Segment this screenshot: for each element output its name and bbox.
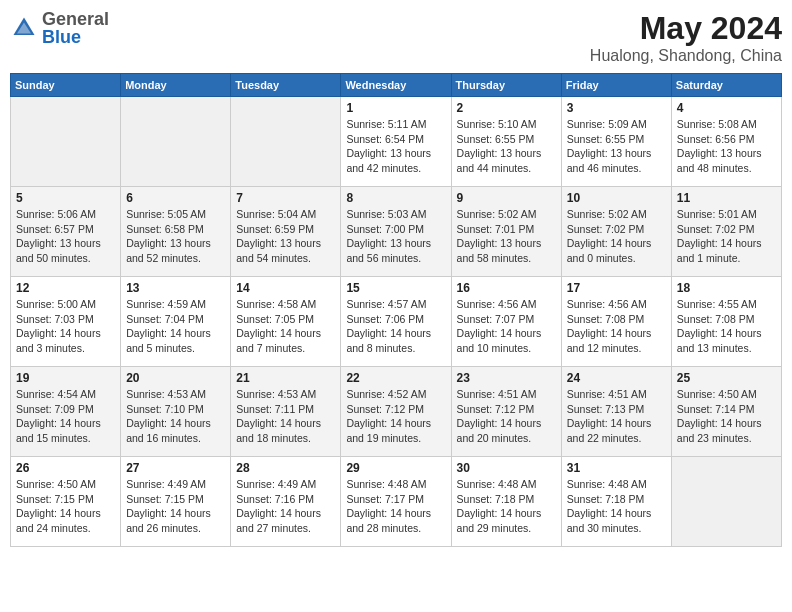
weekday-header-tuesday: Tuesday — [231, 74, 341, 97]
day-info: Sunrise: 4:56 AM Sunset: 7:07 PM Dayligh… — [457, 297, 556, 356]
calendar-cell: 21Sunrise: 4:53 AM Sunset: 7:11 PM Dayli… — [231, 367, 341, 457]
calendar-cell: 26Sunrise: 4:50 AM Sunset: 7:15 PM Dayli… — [11, 457, 121, 547]
day-number: 10 — [567, 191, 666, 205]
calendar-cell: 31Sunrise: 4:48 AM Sunset: 7:18 PM Dayli… — [561, 457, 671, 547]
day-info: Sunrise: 5:10 AM Sunset: 6:55 PM Dayligh… — [457, 117, 556, 176]
logo-blue-text: Blue — [42, 27, 81, 47]
weekday-header-sunday: Sunday — [11, 74, 121, 97]
calendar-cell: 10Sunrise: 5:02 AM Sunset: 7:02 PM Dayli… — [561, 187, 671, 277]
day-number: 23 — [457, 371, 556, 385]
day-number: 20 — [126, 371, 225, 385]
calendar-cell: 15Sunrise: 4:57 AM Sunset: 7:06 PM Dayli… — [341, 277, 451, 367]
logo: General Blue — [10, 10, 109, 46]
day-info: Sunrise: 4:53 AM Sunset: 7:11 PM Dayligh… — [236, 387, 335, 446]
day-info: Sunrise: 4:57 AM Sunset: 7:06 PM Dayligh… — [346, 297, 445, 356]
day-info: Sunrise: 5:04 AM Sunset: 6:59 PM Dayligh… — [236, 207, 335, 266]
weekday-header-row: SundayMondayTuesdayWednesdayThursdayFrid… — [11, 74, 782, 97]
calendar-table: SundayMondayTuesdayWednesdayThursdayFrid… — [10, 73, 782, 547]
day-number: 21 — [236, 371, 335, 385]
day-info: Sunrise: 4:51 AM Sunset: 7:13 PM Dayligh… — [567, 387, 666, 446]
day-number: 30 — [457, 461, 556, 475]
day-info: Sunrise: 5:00 AM Sunset: 7:03 PM Dayligh… — [16, 297, 115, 356]
day-number: 13 — [126, 281, 225, 295]
calendar-cell: 9Sunrise: 5:02 AM Sunset: 7:01 PM Daylig… — [451, 187, 561, 277]
calendar-cell: 25Sunrise: 4:50 AM Sunset: 7:14 PM Dayli… — [671, 367, 781, 457]
day-number: 5 — [16, 191, 115, 205]
day-number: 8 — [346, 191, 445, 205]
day-number: 12 — [16, 281, 115, 295]
day-number: 16 — [457, 281, 556, 295]
logo-general-text: General — [42, 9, 109, 29]
day-number: 1 — [346, 101, 445, 115]
calendar-cell: 13Sunrise: 4:59 AM Sunset: 7:04 PM Dayli… — [121, 277, 231, 367]
day-number: 25 — [677, 371, 776, 385]
day-info: Sunrise: 5:11 AM Sunset: 6:54 PM Dayligh… — [346, 117, 445, 176]
calendar-cell — [231, 97, 341, 187]
day-info: Sunrise: 5:02 AM Sunset: 7:01 PM Dayligh… — [457, 207, 556, 266]
calendar-subtitle: Hualong, Shandong, China — [590, 47, 782, 65]
calendar-cell: 28Sunrise: 4:49 AM Sunset: 7:16 PM Dayli… — [231, 457, 341, 547]
calendar-week-3: 12Sunrise: 5:00 AM Sunset: 7:03 PM Dayli… — [11, 277, 782, 367]
day-number: 17 — [567, 281, 666, 295]
day-number: 31 — [567, 461, 666, 475]
day-info: Sunrise: 5:09 AM Sunset: 6:55 PM Dayligh… — [567, 117, 666, 176]
calendar-cell: 24Sunrise: 4:51 AM Sunset: 7:13 PM Dayli… — [561, 367, 671, 457]
day-number: 2 — [457, 101, 556, 115]
calendar-cell: 27Sunrise: 4:49 AM Sunset: 7:15 PM Dayli… — [121, 457, 231, 547]
calendar-cell: 4Sunrise: 5:08 AM Sunset: 6:56 PM Daylig… — [671, 97, 781, 187]
day-info: Sunrise: 4:48 AM Sunset: 7:18 PM Dayligh… — [567, 477, 666, 536]
day-info: Sunrise: 4:50 AM Sunset: 7:14 PM Dayligh… — [677, 387, 776, 446]
weekday-header-thursday: Thursday — [451, 74, 561, 97]
calendar-cell: 20Sunrise: 4:53 AM Sunset: 7:10 PM Dayli… — [121, 367, 231, 457]
weekday-header-saturday: Saturday — [671, 74, 781, 97]
day-number: 27 — [126, 461, 225, 475]
day-number: 28 — [236, 461, 335, 475]
calendar-cell: 1Sunrise: 5:11 AM Sunset: 6:54 PM Daylig… — [341, 97, 451, 187]
day-info: Sunrise: 4:56 AM Sunset: 7:08 PM Dayligh… — [567, 297, 666, 356]
day-info: Sunrise: 4:54 AM Sunset: 7:09 PM Dayligh… — [16, 387, 115, 446]
calendar-cell: 6Sunrise: 5:05 AM Sunset: 6:58 PM Daylig… — [121, 187, 231, 277]
day-number: 29 — [346, 461, 445, 475]
day-info: Sunrise: 5:06 AM Sunset: 6:57 PM Dayligh… — [16, 207, 115, 266]
day-info: Sunrise: 4:50 AM Sunset: 7:15 PM Dayligh… — [16, 477, 115, 536]
day-number: 26 — [16, 461, 115, 475]
day-number: 9 — [457, 191, 556, 205]
calendar-cell: 22Sunrise: 4:52 AM Sunset: 7:12 PM Dayli… — [341, 367, 451, 457]
day-info: Sunrise: 5:03 AM Sunset: 7:00 PM Dayligh… — [346, 207, 445, 266]
day-number: 7 — [236, 191, 335, 205]
day-info: Sunrise: 5:02 AM Sunset: 7:02 PM Dayligh… — [567, 207, 666, 266]
day-info: Sunrise: 4:49 AM Sunset: 7:16 PM Dayligh… — [236, 477, 335, 536]
calendar-week-5: 26Sunrise: 4:50 AM Sunset: 7:15 PM Dayli… — [11, 457, 782, 547]
calendar-cell: 12Sunrise: 5:00 AM Sunset: 7:03 PM Dayli… — [11, 277, 121, 367]
day-number: 19 — [16, 371, 115, 385]
day-info: Sunrise: 4:48 AM Sunset: 7:18 PM Dayligh… — [457, 477, 556, 536]
day-info: Sunrise: 4:49 AM Sunset: 7:15 PM Dayligh… — [126, 477, 225, 536]
day-number: 11 — [677, 191, 776, 205]
calendar-cell: 29Sunrise: 4:48 AM Sunset: 7:17 PM Dayli… — [341, 457, 451, 547]
day-number: 24 — [567, 371, 666, 385]
logo-icon — [10, 14, 38, 42]
calendar-cell — [121, 97, 231, 187]
day-info: Sunrise: 4:48 AM Sunset: 7:17 PM Dayligh… — [346, 477, 445, 536]
day-number: 6 — [126, 191, 225, 205]
day-number: 18 — [677, 281, 776, 295]
calendar-cell: 30Sunrise: 4:48 AM Sunset: 7:18 PM Dayli… — [451, 457, 561, 547]
calendar-week-2: 5Sunrise: 5:06 AM Sunset: 6:57 PM Daylig… — [11, 187, 782, 277]
calendar-cell — [11, 97, 121, 187]
day-number: 3 — [567, 101, 666, 115]
day-info: Sunrise: 4:53 AM Sunset: 7:10 PM Dayligh… — [126, 387, 225, 446]
calendar-cell: 16Sunrise: 4:56 AM Sunset: 7:07 PM Dayli… — [451, 277, 561, 367]
calendar-cell: 23Sunrise: 4:51 AM Sunset: 7:12 PM Dayli… — [451, 367, 561, 457]
day-info: Sunrise: 4:59 AM Sunset: 7:04 PM Dayligh… — [126, 297, 225, 356]
day-info: Sunrise: 5:08 AM Sunset: 6:56 PM Dayligh… — [677, 117, 776, 176]
weekday-header-friday: Friday — [561, 74, 671, 97]
day-number: 22 — [346, 371, 445, 385]
day-info: Sunrise: 4:58 AM Sunset: 7:05 PM Dayligh… — [236, 297, 335, 356]
day-info: Sunrise: 4:52 AM Sunset: 7:12 PM Dayligh… — [346, 387, 445, 446]
calendar-cell: 17Sunrise: 4:56 AM Sunset: 7:08 PM Dayli… — [561, 277, 671, 367]
weekday-header-monday: Monday — [121, 74, 231, 97]
calendar-cell: 19Sunrise: 4:54 AM Sunset: 7:09 PM Dayli… — [11, 367, 121, 457]
calendar-cell — [671, 457, 781, 547]
day-number: 4 — [677, 101, 776, 115]
calendar-cell: 14Sunrise: 4:58 AM Sunset: 7:05 PM Dayli… — [231, 277, 341, 367]
